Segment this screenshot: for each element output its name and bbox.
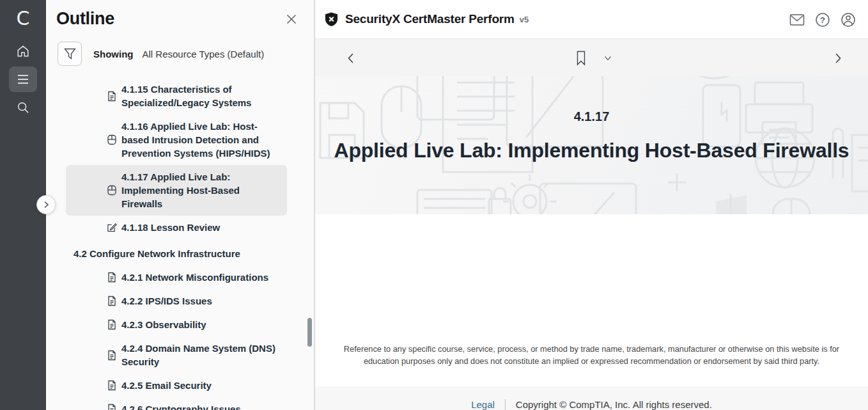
lesson-banner: 4.1.17 Applied Live Lab: Implementing Ho… xyxy=(315,76,868,214)
content-area: SecurityX CertMaster Perform v5 ? xyxy=(314,0,868,410)
page-footer: Legal Copyright © CompTIA, Inc. All righ… xyxy=(315,386,868,410)
product-version: v5 xyxy=(520,15,529,24)
chevron-right-icon xyxy=(833,52,843,64)
chevron-down-icon xyxy=(604,56,612,61)
lesson-title: Applied Live Lab: Implementing Host-Base… xyxy=(315,139,868,162)
product-title: SecurityX CertMaster Perform xyxy=(345,12,515,26)
document-icon xyxy=(107,319,117,330)
bookmark-icon xyxy=(575,51,587,66)
account-icon xyxy=(841,12,856,28)
disclaimer-text: Reference to any specific course, servic… xyxy=(339,343,845,367)
document-icon xyxy=(107,404,117,410)
shield-x-icon xyxy=(324,12,339,27)
outline-item-label: 4.2.4 Domain Name System (DNS) Security xyxy=(121,342,283,368)
outline-menu-button[interactable] xyxy=(9,67,37,92)
outline-item[interactable]: 4.2.2 IPS/IDS Issues xyxy=(66,289,287,313)
document-icon xyxy=(107,296,117,306)
help-button[interactable]: ? xyxy=(814,11,832,29)
edit-icon xyxy=(107,222,117,233)
help-icon: ? xyxy=(815,12,830,28)
lesson-number: 4.1.17 xyxy=(315,109,868,124)
outline-list: 4.1.15 Characteristics of Specialized/Le… xyxy=(46,77,314,410)
outline-item-label: 4.2.6 Cryptography Issues xyxy=(121,402,241,410)
app-window: C Outline xyxy=(0,0,868,410)
filter-showing-label: Showing xyxy=(93,49,134,59)
outline-item-label: 4.2.1 Network Misconfigurations xyxy=(121,271,268,284)
outline-panel: Outline Showing All Resource Types (Defa… xyxy=(46,0,314,410)
collapse-panel-button[interactable] xyxy=(36,195,56,214)
outline-item[interactable]: 4.1.18 Lesson Review xyxy=(66,216,287,239)
document-icon xyxy=(107,350,117,361)
copyright-text: Copyright © CompTIA, Inc. All rights res… xyxy=(516,399,712,410)
comptia-logo[interactable]: C xyxy=(0,0,46,36)
account-button[interactable] xyxy=(839,11,857,29)
product-header: SecurityX CertMaster Perform v5 ? xyxy=(315,0,868,39)
outline-item-label: 4.1.17 Applied Live Lab: Implementing Ho… xyxy=(121,170,283,210)
outline-item-label: 4.1.18 Lesson Review xyxy=(121,221,220,234)
mouse-icon xyxy=(107,134,117,145)
chevron-left-icon xyxy=(346,52,356,64)
filter-button[interactable] xyxy=(58,42,82,66)
messages-button[interactable] xyxy=(788,11,806,29)
outline-scrollbar-thumb[interactable] xyxy=(307,318,312,347)
outline-item-label: 4.2.5 Email Security xyxy=(121,379,212,392)
outline-item[interactable]: 4.1.15 Characteristics of Specialized/Le… xyxy=(66,77,287,114)
outline-item-selected[interactable]: 4.1.17 Applied Live Lab: Implementing Ho… xyxy=(66,165,287,216)
outline-item[interactable]: 4.2.1 Network Misconfigurations xyxy=(66,265,287,289)
outline-panel-title: Outline xyxy=(56,9,114,29)
svg-text:?: ? xyxy=(820,15,825,24)
document-icon xyxy=(107,380,117,391)
legal-link[interactable]: Legal xyxy=(471,399,495,410)
chevron-right-icon xyxy=(42,201,50,209)
outline-item-label: 4.2.3 Observability xyxy=(121,318,206,331)
document-icon xyxy=(107,91,117,102)
outline-item-label: 4.1.15 Characteristics of Specialized/Le… xyxy=(121,83,283,109)
close-outline-button[interactable] xyxy=(283,11,300,28)
document-icon xyxy=(107,272,117,283)
mouse-icon xyxy=(107,185,117,196)
next-lesson-button[interactable] xyxy=(830,50,846,67)
outline-scrollbar[interactable] xyxy=(307,77,312,410)
lesson-toolbar xyxy=(315,39,868,76)
footer-divider xyxy=(505,399,506,410)
search-icon xyxy=(16,100,30,114)
outline-section-header: 4.2 Configure Network Infrastructure xyxy=(66,239,287,265)
outline-item[interactable]: 4.2.5 Email Security xyxy=(66,374,287,397)
outline-item-label: 4.1.16 Applied Live Lab: Host-based Intr… xyxy=(121,120,283,160)
home-icon xyxy=(16,44,30,58)
filter-value[interactable]: All Resource Types (Default) xyxy=(143,49,265,59)
bookmark-menu-button[interactable] xyxy=(600,50,616,67)
outline-item[interactable]: 4.2.3 Observability xyxy=(66,313,287,336)
menu-icon xyxy=(17,74,29,84)
outline-item[interactable]: 4.2.6 Cryptography Issues xyxy=(66,397,287,410)
previous-lesson-button[interactable] xyxy=(343,50,359,67)
home-button[interactable] xyxy=(9,38,37,64)
filter-icon xyxy=(64,48,76,59)
outline-item-label: 4.2.2 IPS/IDS Issues xyxy=(121,294,212,308)
search-button[interactable] xyxy=(9,95,37,120)
bookmark-button[interactable] xyxy=(573,50,589,67)
outline-item[interactable]: 4.2.4 Domain Name System (DNS) Security xyxy=(66,336,287,374)
outline-item[interactable]: 4.1.16 Applied Live Lab: Host-based Intr… xyxy=(66,114,287,165)
close-icon xyxy=(285,13,298,26)
mail-icon xyxy=(789,13,805,26)
